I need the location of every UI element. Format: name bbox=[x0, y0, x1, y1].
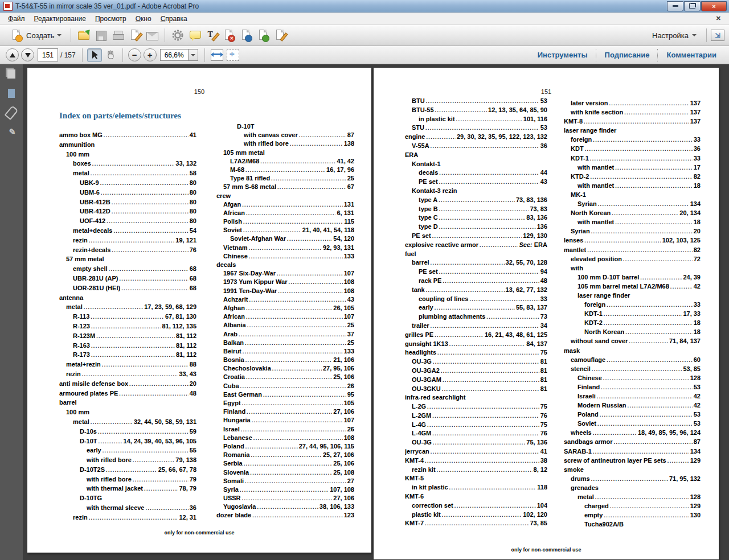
zoom-dropdown-button[interactable] bbox=[188, 50, 198, 60]
index-entry-pages: 26 bbox=[347, 382, 354, 389]
index-entry-label: engine bbox=[405, 133, 425, 140]
export-page-button[interactable] bbox=[255, 27, 271, 43]
index-entry: PE set43 bbox=[405, 178, 547, 187]
close-icon: × bbox=[712, 3, 715, 10]
tab-tools[interactable]: Инструменты bbox=[530, 51, 596, 59]
dot-leader bbox=[241, 427, 346, 433]
index-entry-pages: 25, 66, 67, 78 bbox=[158, 466, 196, 473]
index-entry-pages: 88 bbox=[190, 361, 196, 368]
next-page-button[interactable] bbox=[21, 48, 34, 61]
fit-page-button[interactable] bbox=[227, 50, 239, 61]
page-thumbnails-button[interactable] bbox=[0, 64, 23, 84]
index-entry: with rifled bore79 bbox=[59, 476, 196, 485]
reading-mode-button[interactable]: ⇲ bbox=[711, 30, 724, 41]
minimize-button[interactable] bbox=[667, 1, 683, 11]
index-entry: decals44 bbox=[405, 169, 547, 178]
zoom-in-button[interactable]: + bbox=[144, 48, 157, 61]
forms-edit-button[interactable] bbox=[272, 27, 288, 43]
index-entry-pages: 53 bbox=[540, 97, 547, 104]
index-entry-pages: 58 bbox=[190, 170, 196, 176]
index-entry-pages: 27 bbox=[347, 477, 354, 484]
navigation-pane: ✎ bbox=[0, 64, 23, 560]
zoom-level-input[interactable] bbox=[161, 51, 188, 60]
index-entry-label: KDT-1 bbox=[584, 310, 603, 317]
hand-tool-button[interactable] bbox=[103, 48, 118, 62]
index-entry: Syrian134 bbox=[564, 200, 701, 209]
index-entry-pages: 102, 120 bbox=[523, 511, 547, 518]
index-entry: 100 mm D-10T barrel24, 39 bbox=[564, 274, 701, 283]
select-tool-button[interactable] bbox=[87, 48, 102, 62]
index-entry: Poland53 bbox=[564, 411, 701, 420]
dot-leader bbox=[102, 362, 189, 368]
settings-button[interactable]: Настройка bbox=[646, 31, 702, 40]
index-entry-label: rezin bbox=[66, 370, 81, 377]
search-pages-button[interactable] bbox=[238, 27, 254, 43]
main-area: ✎ 150 Index on parts/elemets/structures … bbox=[0, 64, 729, 560]
sign-page-button[interactable] bbox=[127, 27, 143, 43]
index-entry-pages: 53, 85 bbox=[683, 365, 701, 372]
index-entry-label: M-68 bbox=[230, 166, 244, 173]
dot-leader bbox=[89, 238, 175, 244]
zoom-out-button[interactable]: − bbox=[128, 48, 141, 61]
menu-help[interactable]: Справка bbox=[156, 14, 192, 24]
menu-view[interactable]: Просмотр bbox=[91, 14, 131, 24]
fit-width-button[interactable] bbox=[211, 50, 223, 61]
previous-page-button[interactable] bbox=[6, 48, 19, 61]
index-entry-pages: 68 bbox=[190, 265, 196, 272]
bookmarks-button[interactable] bbox=[0, 84, 23, 103]
save-file-button[interactable] bbox=[93, 27, 109, 43]
index-entry: 105 mm barrel metal L7A2/M6842 bbox=[564, 283, 701, 292]
index-entry-label: Albania bbox=[223, 322, 246, 328]
index-entry: 1973 Yum Kippur War108 bbox=[216, 278, 354, 287]
dot-leader bbox=[593, 137, 692, 143]
delete-pages-button[interactable]: ✕ bbox=[221, 27, 237, 43]
menubar-close-icon[interactable]: ✕ bbox=[711, 15, 726, 22]
index-entry-pages: 80 bbox=[190, 208, 196, 215]
search-pages-icon bbox=[239, 28, 253, 42]
create-pdf-button[interactable]: Создать bbox=[5, 27, 66, 43]
restore-button[interactable] bbox=[684, 1, 701, 11]
index-entry-label: D-10T bbox=[80, 438, 97, 444]
open-file-button[interactable] bbox=[76, 27, 92, 43]
print-button[interactable] bbox=[110, 27, 126, 43]
create-pdf-label: Создать bbox=[26, 31, 54, 40]
highlight-text-button[interactable]: T bbox=[204, 27, 220, 43]
page-number-input[interactable] bbox=[38, 48, 58, 61]
menu-window[interactable]: Окно bbox=[131, 14, 156, 24]
index-entry-pages: 107, 108 bbox=[330, 486, 354, 493]
index-entry-pages: 134 bbox=[690, 200, 701, 207]
tab-sign[interactable]: Подписание bbox=[597, 51, 658, 59]
index-entry-label: Poland bbox=[223, 443, 244, 450]
index-entry-label: R-123 bbox=[73, 323, 90, 330]
dot-leader bbox=[590, 174, 692, 180]
index-entry: Soviet53 bbox=[564, 420, 701, 429]
preferences-button[interactable] bbox=[170, 27, 186, 43]
index-entry-pages: 80 bbox=[190, 179, 196, 186]
close-button[interactable]: × bbox=[701, 1, 727, 11]
index-entry-label: OU-3GA2 bbox=[412, 367, 440, 374]
index-entry: 105 mm metal bbox=[216, 149, 354, 158]
tab-comments[interactable]: Комментарии bbox=[658, 51, 724, 59]
document-area[interactable]: 150 Index on parts/elemets/structures am… bbox=[23, 64, 729, 560]
menu-edit[interactable]: Редактирование bbox=[30, 14, 91, 24]
dot-leader bbox=[133, 458, 174, 463]
signatures-button[interactable]: ✎ bbox=[0, 122, 23, 142]
dot-leader bbox=[247, 409, 332, 415]
index-entry-pages: 59 bbox=[190, 428, 196, 435]
index-entry-label: crew bbox=[216, 192, 231, 199]
menu-file[interactable]: Файл bbox=[3, 14, 30, 24]
comment-button[interactable] bbox=[187, 27, 203, 43]
index-entry-label: rezin bbox=[73, 514, 88, 521]
index-entry-label: L-4G bbox=[412, 421, 426, 428]
email-button[interactable] bbox=[144, 27, 160, 43]
index-entry-label: MK-1 bbox=[571, 191, 586, 198]
index-entry-pages: 84, 137 bbox=[526, 340, 547, 347]
index-entry: Albania25 bbox=[216, 322, 354, 330]
index-entry-pages: 20 bbox=[190, 380, 196, 387]
attachments-button[interactable] bbox=[0, 103, 23, 122]
index-entry-pages: 25, 27, 106 bbox=[323, 451, 354, 458]
index-entry: UOF-41280 bbox=[59, 217, 196, 227]
index-entry: OU-3GA281 bbox=[405, 367, 547, 376]
dot-leader bbox=[91, 352, 175, 358]
index-entry-pages: 25 bbox=[347, 339, 354, 346]
